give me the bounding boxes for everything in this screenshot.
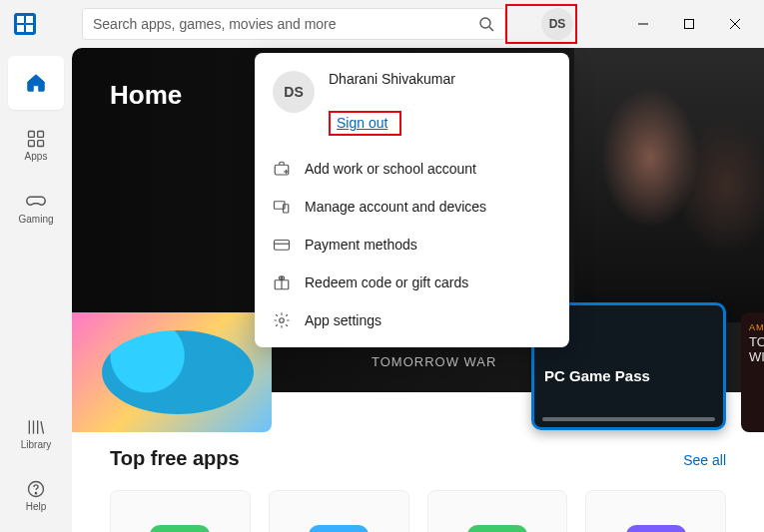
menu-item-redeem[interactable]: Redeem code or gift cards xyxy=(255,264,569,301)
minimize-icon xyxy=(638,19,648,29)
maximize-icon xyxy=(684,19,694,29)
account-menu: DS Dharani Shivakumar Sign out Add work … xyxy=(255,53,569,347)
see-all-link[interactable]: See all xyxy=(683,452,726,468)
section-title: Top free apps xyxy=(110,447,240,470)
account-name: Dharani Shivakumar xyxy=(329,71,498,87)
app-icon xyxy=(626,525,686,532)
gift-icon xyxy=(273,273,291,291)
nav-label: Library xyxy=(21,439,52,450)
nav-apps[interactable]: Apps xyxy=(8,118,64,172)
library-icon xyxy=(26,417,46,437)
card-title-line: WIT OUT REMORS xyxy=(749,349,764,364)
nav-help[interactable]: Help xyxy=(8,468,64,522)
nav-gaming[interactable]: Gaming xyxy=(8,180,64,234)
svg-line-13 xyxy=(41,421,44,434)
svg-rect-21 xyxy=(275,241,290,251)
app-tile[interactable] xyxy=(585,490,726,532)
app-tiles xyxy=(110,490,726,532)
sign-out-link[interactable]: Sign out xyxy=(337,115,387,131)
nav-library[interactable]: Library xyxy=(8,406,64,460)
svg-rect-8 xyxy=(29,140,35,146)
page-title: Home xyxy=(110,80,182,111)
apps-icon xyxy=(26,129,46,149)
menu-item-manage-account[interactable]: Manage account and devices xyxy=(255,188,569,226)
gaming-icon xyxy=(25,190,47,212)
hero-artwork xyxy=(574,48,764,322)
svg-point-25 xyxy=(280,318,285,323)
devices-icon xyxy=(273,198,291,216)
svg-line-1 xyxy=(489,27,493,31)
card-overline: AMAZON ORIGINA xyxy=(749,322,764,332)
minimize-button[interactable] xyxy=(620,8,666,40)
nav-label: Gaming xyxy=(18,214,53,225)
svg-point-15 xyxy=(35,492,36,493)
gear-icon xyxy=(273,311,291,329)
card-title: PC Game Pass xyxy=(544,367,713,384)
account-button[interactable]: DS xyxy=(541,8,573,40)
menu-item-add-account[interactable]: Add work or school account xyxy=(255,150,569,188)
progress-indicator xyxy=(542,417,715,421)
store-logo-icon xyxy=(14,13,36,35)
title-bar: DS xyxy=(0,0,764,48)
close-icon xyxy=(730,19,740,29)
svg-rect-3 xyxy=(685,20,694,29)
home-icon xyxy=(25,72,47,94)
nav-label: Help xyxy=(26,501,47,512)
sign-out-highlight: Sign out xyxy=(329,111,401,136)
svg-rect-7 xyxy=(38,131,44,137)
svg-rect-9 xyxy=(38,140,44,146)
app-tile[interactable] xyxy=(427,490,568,532)
briefcase-add-icon xyxy=(273,160,291,178)
menu-item-label: Payment methods xyxy=(305,237,417,253)
menu-item-payment[interactable]: Payment methods xyxy=(255,226,569,264)
menu-item-label: Add work or school account xyxy=(305,161,476,177)
sidebar: Apps Gaming Library Help xyxy=(0,48,72,532)
close-button[interactable] xyxy=(712,8,758,40)
app-tile[interactable] xyxy=(110,490,251,532)
search-box[interactable] xyxy=(82,8,505,40)
carousel-card[interactable]: AMAZON ORIGINA TOM CLANCY'S WIT OUT REMO… xyxy=(741,312,764,432)
account-email-redacted xyxy=(329,91,498,105)
account-button-highlight: DS xyxy=(505,4,577,44)
account-header: DS Dharani Shivakumar Sign out xyxy=(255,67,569,150)
svg-point-0 xyxy=(480,18,490,28)
card-title-line: TOM CLANCY'S xyxy=(749,334,764,349)
maximize-button[interactable] xyxy=(666,8,712,40)
carousel-caption: TOMORROW WAR xyxy=(372,354,496,369)
menu-item-label: App settings xyxy=(305,312,382,328)
search-icon xyxy=(478,16,494,32)
search-input[interactable] xyxy=(93,16,478,32)
nav-home[interactable] xyxy=(8,56,64,110)
carousel-card[interactable] xyxy=(72,312,272,432)
nav-label: Apps xyxy=(25,151,48,162)
app-icon xyxy=(150,525,210,532)
menu-item-label: Redeem code or gift cards xyxy=(305,274,468,290)
window-controls xyxy=(620,8,758,40)
menu-item-label: Manage account and devices xyxy=(305,199,486,215)
card-icon xyxy=(273,236,291,254)
app-icon xyxy=(309,525,369,532)
top-free-apps-section: Top free apps See all xyxy=(72,447,764,532)
app-tile[interactable] xyxy=(269,490,409,532)
svg-rect-6 xyxy=(29,131,35,137)
help-icon xyxy=(26,479,46,499)
app-icon xyxy=(467,525,527,532)
menu-item-settings[interactable]: App settings xyxy=(255,301,569,339)
avatar: DS xyxy=(273,71,315,113)
